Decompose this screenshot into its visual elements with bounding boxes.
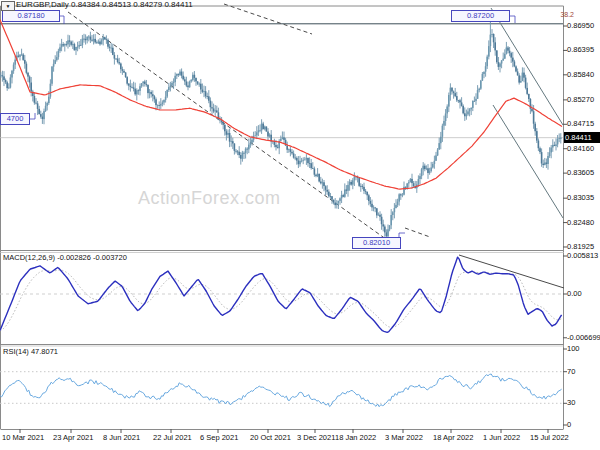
candle-body xyxy=(307,158,309,163)
candle-body xyxy=(293,153,295,157)
candle-body xyxy=(379,215,381,217)
candle-body xyxy=(386,232,388,236)
candle-body xyxy=(282,137,284,139)
candle-body xyxy=(330,196,332,197)
candle-body xyxy=(370,201,372,204)
candle-body xyxy=(0,75,2,76)
candle-body xyxy=(507,48,509,51)
candle-body xyxy=(83,39,85,40)
candle-body xyxy=(136,90,138,94)
candle-body xyxy=(240,155,242,159)
candle-body xyxy=(149,92,151,93)
candle-body xyxy=(437,150,439,156)
dashed-trendline xyxy=(405,228,430,237)
candle-body xyxy=(205,91,207,96)
candle-body xyxy=(102,37,104,40)
candle-body xyxy=(38,109,40,114)
candle-body xyxy=(117,59,119,63)
candle-body xyxy=(427,168,429,173)
candle-body xyxy=(306,158,308,160)
rsi-tick-label: 30 xyxy=(567,398,575,407)
candle-body xyxy=(118,62,120,63)
candle-body xyxy=(464,113,466,116)
candle-body xyxy=(491,34,493,35)
candle-body xyxy=(531,109,533,112)
candle-body xyxy=(398,194,400,201)
candle-body xyxy=(130,86,132,87)
candle-body xyxy=(126,77,128,84)
date-tick-label: 3 Mar 2022 xyxy=(385,433,423,442)
candle-body xyxy=(363,187,365,191)
candle-body xyxy=(80,45,82,46)
candle-body xyxy=(349,182,351,185)
candle-body xyxy=(109,47,111,48)
candle-body xyxy=(448,95,450,107)
date-tick-label: 15 Jul 2022 xyxy=(530,433,569,442)
candle-body xyxy=(262,124,264,130)
candle-body xyxy=(522,73,524,82)
candle-body xyxy=(120,64,122,70)
peak-level-label: 0.87200 xyxy=(451,10,510,22)
candle-body xyxy=(237,152,239,153)
candle-body xyxy=(288,149,290,150)
candle-body xyxy=(259,130,261,131)
candle-body xyxy=(138,90,140,91)
candle-body xyxy=(435,155,437,160)
candle-body xyxy=(346,190,348,191)
candle-body xyxy=(528,94,530,99)
candle-body xyxy=(374,208,376,209)
candle-body xyxy=(525,78,527,88)
date-tick-label: 3 Dec 2021 xyxy=(297,433,335,442)
candle-body xyxy=(550,148,552,153)
candle-body xyxy=(408,182,410,183)
candle-body xyxy=(382,224,384,226)
candle-body xyxy=(486,57,488,67)
candle-body xyxy=(210,101,212,108)
candle-body xyxy=(72,44,74,45)
rsi-tick-label: 100 xyxy=(567,344,580,353)
candle-body xyxy=(453,92,455,94)
candle-body xyxy=(298,161,300,165)
candle-body xyxy=(238,152,240,155)
candle-body xyxy=(150,92,152,94)
candle-body xyxy=(541,152,543,163)
candle-body xyxy=(154,96,156,99)
candle-body xyxy=(125,73,127,78)
candle-body xyxy=(162,103,164,105)
candle-body xyxy=(470,108,472,109)
date-tick-label: 22 Jul 2021 xyxy=(153,433,192,442)
symbol-dropdown-icon[interactable]: ▼ xyxy=(1,1,15,11)
candle-body xyxy=(301,161,303,162)
candle-body xyxy=(450,88,452,95)
candle-body xyxy=(446,107,448,114)
candle-body xyxy=(322,182,324,183)
candle-body xyxy=(256,132,258,135)
candle-body xyxy=(368,195,370,201)
date-tick-label: 6 Sep 2021 xyxy=(200,433,238,442)
candle-body xyxy=(94,39,96,43)
candle-body xyxy=(267,132,269,137)
candle-body xyxy=(222,122,224,125)
candle-body xyxy=(421,169,423,176)
candle-body xyxy=(501,60,503,63)
candle-body xyxy=(339,198,341,201)
candle-body xyxy=(334,203,336,206)
candle-body xyxy=(66,44,68,45)
candle-body xyxy=(181,72,183,76)
candle-body xyxy=(512,58,514,62)
date-tick-label: 8 Jun 2021 xyxy=(103,433,140,442)
candle-body xyxy=(224,125,226,132)
candle-body xyxy=(384,227,386,233)
candle-body xyxy=(394,208,396,212)
support-left-label: 4700 xyxy=(0,113,30,125)
candle-body xyxy=(176,74,178,76)
candle-body xyxy=(190,80,192,82)
candle-body xyxy=(467,111,469,114)
candle-body xyxy=(139,86,141,91)
candle-body xyxy=(347,185,349,191)
candle-body xyxy=(229,133,231,142)
candle-body xyxy=(328,192,330,196)
chart-canvas[interactable] xyxy=(0,0,600,450)
candle-body xyxy=(341,195,343,198)
candle-body xyxy=(78,45,80,47)
